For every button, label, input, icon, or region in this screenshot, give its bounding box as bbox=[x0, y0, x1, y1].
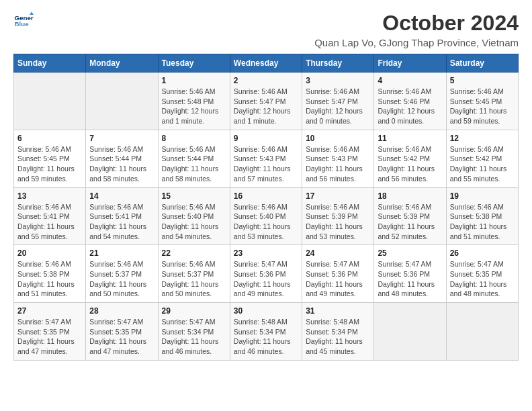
calendar-cell: 19Sunrise: 5:46 AM Sunset: 5:38 PM Dayli… bbox=[446, 187, 518, 245]
svg-marker-2 bbox=[30, 12, 34, 15]
day-number: 17 bbox=[306, 191, 370, 201]
day-info: Sunrise: 5:47 AM Sunset: 5:34 PM Dayligh… bbox=[162, 317, 226, 357]
calendar-cell: 27Sunrise: 5:47 AM Sunset: 5:35 PM Dayli… bbox=[14, 303, 86, 361]
day-number: 16 bbox=[234, 191, 298, 201]
weekday-header-monday: Monday bbox=[86, 54, 158, 73]
calendar-cell: 7Sunrise: 5:46 AM Sunset: 5:44 PM Daylig… bbox=[86, 130, 158, 187]
day-info: Sunrise: 5:47 AM Sunset: 5:36 PM Dayligh… bbox=[378, 259, 442, 299]
day-info: Sunrise: 5:46 AM Sunset: 5:46 PM Dayligh… bbox=[378, 87, 442, 126]
day-info: Sunrise: 5:46 AM Sunset: 5:41 PM Dayligh… bbox=[89, 202, 154, 242]
title-section: October 2024 Quan Lap Vo, GJong Thap Pro… bbox=[314, 11, 519, 48]
calendar-cell: 21Sunrise: 5:46 AM Sunset: 5:37 PM Dayli… bbox=[86, 245, 158, 303]
day-number: 27 bbox=[17, 306, 82, 316]
calendar-cell: 29Sunrise: 5:47 AM Sunset: 5:34 PM Dayli… bbox=[158, 303, 230, 361]
day-number: 19 bbox=[450, 191, 515, 201]
day-info: Sunrise: 5:47 AM Sunset: 5:35 PM Dayligh… bbox=[89, 317, 154, 357]
day-info: Sunrise: 5:46 AM Sunset: 5:41 PM Dayligh… bbox=[17, 202, 82, 242]
day-number: 30 bbox=[234, 306, 298, 316]
day-info: Sunrise: 5:46 AM Sunset: 5:38 PM Dayligh… bbox=[450, 202, 515, 242]
calendar-cell: 25Sunrise: 5:47 AM Sunset: 5:36 PM Dayli… bbox=[374, 245, 446, 303]
day-number: 18 bbox=[378, 191, 442, 201]
day-number: 29 bbox=[162, 306, 226, 316]
day-number: 4 bbox=[378, 76, 442, 85]
location-subtitle: Quan Lap Vo, GJong Thap Province, Vietna… bbox=[314, 37, 519, 48]
month-title: October 2024 bbox=[314, 11, 519, 36]
calendar-cell: 8Sunrise: 5:46 AM Sunset: 5:44 PM Daylig… bbox=[158, 130, 230, 187]
calendar-table: SundayMondayTuesdayWednesdayThursdayFrid… bbox=[13, 54, 519, 361]
calendar-cell: 30Sunrise: 5:48 AM Sunset: 5:34 PM Dayli… bbox=[230, 303, 302, 361]
calendar-cell: 11Sunrise: 5:46 AM Sunset: 5:42 PM Dayli… bbox=[374, 130, 446, 187]
calendar-cell: 24Sunrise: 5:47 AM Sunset: 5:36 PM Dayli… bbox=[302, 245, 374, 303]
calendar-cell: 22Sunrise: 5:46 AM Sunset: 5:37 PM Dayli… bbox=[158, 245, 230, 303]
day-number: 14 bbox=[89, 191, 154, 201]
day-info: Sunrise: 5:46 AM Sunset: 5:47 PM Dayligh… bbox=[234, 87, 298, 126]
week-row-5: 27Sunrise: 5:47 AM Sunset: 5:35 PM Dayli… bbox=[14, 303, 519, 361]
day-number: 9 bbox=[234, 134, 298, 143]
day-number: 1 bbox=[162, 76, 226, 85]
day-number: 22 bbox=[162, 248, 226, 258]
day-number: 2 bbox=[234, 76, 298, 85]
logo: General Blue bbox=[13, 11, 34, 31]
calendar-cell: 18Sunrise: 5:46 AM Sunset: 5:39 PM Dayli… bbox=[374, 187, 446, 245]
weekday-header-sunday: Sunday bbox=[14, 54, 86, 73]
weekday-header-wednesday: Wednesday bbox=[230, 54, 302, 73]
day-number: 26 bbox=[450, 248, 515, 258]
day-info: Sunrise: 5:46 AM Sunset: 5:39 PM Dayligh… bbox=[306, 202, 370, 242]
calendar-cell bbox=[14, 73, 86, 130]
day-number: 7 bbox=[89, 134, 154, 143]
calendar-cell: 4Sunrise: 5:46 AM Sunset: 5:46 PM Daylig… bbox=[374, 73, 446, 130]
calendar-cell: 14Sunrise: 5:46 AM Sunset: 5:41 PM Dayli… bbox=[86, 187, 158, 245]
svg-text:Blue: Blue bbox=[15, 20, 30, 28]
weekday-header-saturday: Saturday bbox=[446, 54, 518, 73]
day-info: Sunrise: 5:46 AM Sunset: 5:44 PM Dayligh… bbox=[162, 144, 226, 184]
day-number: 23 bbox=[234, 248, 298, 258]
day-info: Sunrise: 5:46 AM Sunset: 5:44 PM Dayligh… bbox=[89, 144, 154, 184]
day-info: Sunrise: 5:46 AM Sunset: 5:39 PM Dayligh… bbox=[378, 202, 442, 242]
day-number: 24 bbox=[306, 248, 370, 258]
weekday-header-tuesday: Tuesday bbox=[158, 54, 230, 73]
day-info: Sunrise: 5:46 AM Sunset: 5:45 PM Dayligh… bbox=[450, 87, 515, 126]
weekday-header-row: SundayMondayTuesdayWednesdayThursdayFrid… bbox=[14, 54, 519, 73]
day-info: Sunrise: 5:46 AM Sunset: 5:42 PM Dayligh… bbox=[450, 144, 515, 184]
logo-icon: General Blue bbox=[13, 11, 34, 31]
day-info: Sunrise: 5:46 AM Sunset: 5:37 PM Dayligh… bbox=[89, 259, 154, 299]
day-number: 6 bbox=[17, 134, 82, 143]
week-row-4: 20Sunrise: 5:46 AM Sunset: 5:38 PM Dayli… bbox=[14, 245, 519, 303]
weekday-header-thursday: Thursday bbox=[302, 54, 374, 73]
day-number: 21 bbox=[89, 248, 154, 258]
day-info: Sunrise: 5:46 AM Sunset: 5:38 PM Dayligh… bbox=[17, 259, 82, 299]
calendar-cell: 3Sunrise: 5:46 AM Sunset: 5:47 PM Daylig… bbox=[302, 73, 374, 130]
day-number: 10 bbox=[306, 134, 370, 143]
day-info: Sunrise: 5:46 AM Sunset: 5:40 PM Dayligh… bbox=[234, 202, 298, 242]
calendar-cell: 1Sunrise: 5:46 AM Sunset: 5:48 PM Daylig… bbox=[158, 73, 230, 130]
calendar-cell: 28Sunrise: 5:47 AM Sunset: 5:35 PM Dayli… bbox=[86, 303, 158, 361]
day-info: Sunrise: 5:47 AM Sunset: 5:36 PM Dayligh… bbox=[234, 259, 298, 299]
day-number: 8 bbox=[162, 134, 226, 143]
calendar-cell: 5Sunrise: 5:46 AM Sunset: 5:45 PM Daylig… bbox=[446, 73, 518, 130]
calendar-cell: 17Sunrise: 5:46 AM Sunset: 5:39 PM Dayli… bbox=[302, 187, 374, 245]
day-number: 31 bbox=[306, 306, 370, 316]
day-number: 5 bbox=[450, 76, 515, 85]
day-info: Sunrise: 5:46 AM Sunset: 5:43 PM Dayligh… bbox=[234, 144, 298, 184]
week-row-3: 13Sunrise: 5:46 AM Sunset: 5:41 PM Dayli… bbox=[14, 187, 519, 245]
day-number: 25 bbox=[378, 248, 442, 258]
day-info: Sunrise: 5:46 AM Sunset: 5:45 PM Dayligh… bbox=[17, 144, 82, 184]
page-header: General Blue October 2024 Quan Lap Vo, G… bbox=[13, 11, 519, 48]
calendar-cell: 2Sunrise: 5:46 AM Sunset: 5:47 PM Daylig… bbox=[230, 73, 302, 130]
calendar-cell: 26Sunrise: 5:47 AM Sunset: 5:35 PM Dayli… bbox=[446, 245, 518, 303]
calendar-cell: 16Sunrise: 5:46 AM Sunset: 5:40 PM Dayli… bbox=[230, 187, 302, 245]
day-info: Sunrise: 5:46 AM Sunset: 5:48 PM Dayligh… bbox=[162, 87, 226, 126]
day-number: 3 bbox=[306, 76, 370, 85]
day-number: 28 bbox=[89, 306, 154, 316]
week-row-2: 6Sunrise: 5:46 AM Sunset: 5:45 PM Daylig… bbox=[14, 130, 519, 187]
day-info: Sunrise: 5:47 AM Sunset: 5:36 PM Dayligh… bbox=[306, 259, 370, 299]
day-number: 15 bbox=[162, 191, 226, 201]
week-row-1: 1Sunrise: 5:46 AM Sunset: 5:48 PM Daylig… bbox=[14, 73, 519, 130]
calendar-cell bbox=[446, 303, 518, 361]
calendar-cell: 12Sunrise: 5:46 AM Sunset: 5:42 PM Dayli… bbox=[446, 130, 518, 187]
day-number: 11 bbox=[378, 134, 442, 143]
calendar-cell: 6Sunrise: 5:46 AM Sunset: 5:45 PM Daylig… bbox=[14, 130, 86, 187]
calendar-cell: 23Sunrise: 5:47 AM Sunset: 5:36 PM Dayli… bbox=[230, 245, 302, 303]
calendar-cell: 10Sunrise: 5:46 AM Sunset: 5:43 PM Dayli… bbox=[302, 130, 374, 187]
day-info: Sunrise: 5:48 AM Sunset: 5:34 PM Dayligh… bbox=[234, 317, 298, 357]
